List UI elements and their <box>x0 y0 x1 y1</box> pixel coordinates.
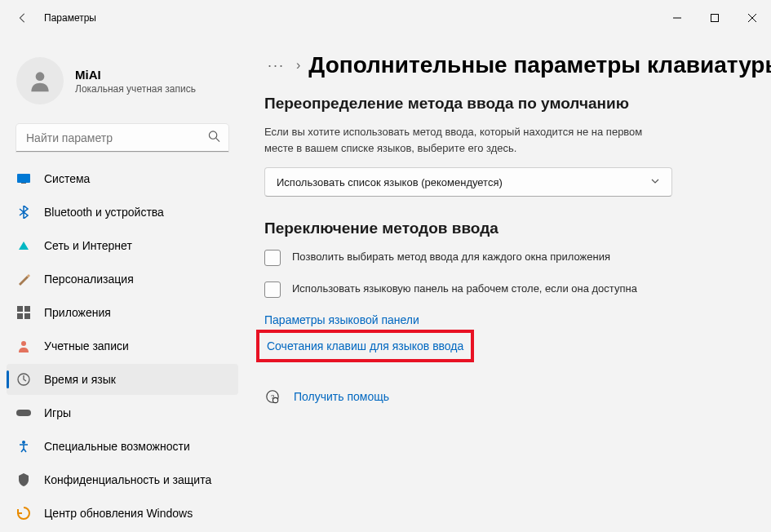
dropdown-value: Использовать список языков (рекомендуетс… <box>277 176 503 188</box>
sidebar-item-update[interactable]: Центр обновления Windows <box>7 498 238 529</box>
checkbox-per-window[interactable] <box>264 250 281 266</box>
default-input-method-dropdown[interactable]: Использовать список языков (рекомендуетс… <box>264 167 672 197</box>
sidebar-item-label: Сеть и Интернет <box>44 239 132 252</box>
network-icon <box>16 238 31 253</box>
sidebar-item-label: Специальные возможности <box>44 440 190 453</box>
checkbox-language-bar[interactable] <box>264 282 281 298</box>
sidebar-item-label: Учетные записи <box>44 339 129 352</box>
input-language-hotkeys-link[interactable]: Сочетания клавиш для языков ввода <box>264 338 466 354</box>
breadcrumb: ··· › Дополнительные параметры клавиатур… <box>264 52 766 78</box>
user-profile[interactable]: MiAI Локальная учетная запись <box>7 52 238 121</box>
apps-icon <box>16 305 31 320</box>
checkbox-language-bar-label: Использовать языковую панель на рабочем … <box>292 281 637 297</box>
sidebar-item-accessibility[interactable]: Специальные возможности <box>7 431 238 462</box>
sidebar-item-network[interactable]: Сеть и Интернет <box>7 230 238 261</box>
sidebar-item-label: Время и язык <box>44 373 116 386</box>
sidebar-item-label: Система <box>44 172 90 185</box>
sidebar-item-system[interactable]: Система <box>7 163 238 194</box>
sidebar-item-apps[interactable]: Приложения <box>7 297 238 328</box>
system-icon <box>16 171 31 186</box>
back-button[interactable] <box>15 10 31 26</box>
sidebar-item-label: Приложения <box>44 306 111 319</box>
search-icon <box>208 131 220 146</box>
svg-rect-11 <box>17 313 23 319</box>
sidebar-item-label: Bluetooth и устройства <box>44 206 164 219</box>
svg-rect-1 <box>711 15 719 22</box>
svg-rect-12 <box>24 313 30 319</box>
svg-point-13 <box>21 341 26 346</box>
svg-point-4 <box>36 72 45 81</box>
help-icon: ? <box>264 388 281 405</box>
svg-line-6 <box>216 138 219 141</box>
close-button[interactable] <box>733 0 771 36</box>
svg-rect-15 <box>16 410 31 416</box>
section-heading-switching: Переключение методов ввода <box>264 219 766 237</box>
privacy-icon <box>16 472 31 487</box>
sidebar-item-gaming[interactable]: Игры <box>7 397 238 428</box>
gaming-icon <box>16 406 31 420</box>
minimize-button[interactable] <box>658 0 696 36</box>
time-language-icon <box>16 372 31 387</box>
accessibility-icon <box>16 439 31 454</box>
update-icon <box>16 506 31 521</box>
section-heading-override: Переопределение метода ввода по умолчани… <box>264 95 766 113</box>
chevron-down-icon <box>650 176 660 188</box>
section-desc-override: Если вы хотите использовать метод ввода,… <box>264 124 656 156</box>
svg-rect-8 <box>21 183 26 184</box>
window-title: Параметры <box>44 12 658 24</box>
svg-rect-9 <box>17 306 23 312</box>
svg-text:?: ? <box>271 393 275 401</box>
user-account-type: Локальная учетная запись <box>75 83 196 95</box>
language-bar-options-link[interactable]: Параметры языковой панели <box>264 313 419 326</box>
get-help-link[interactable]: Получить помощь <box>294 390 389 403</box>
sidebar-item-bluetooth[interactable]: Bluetooth и устройства <box>7 197 238 228</box>
sidebar-item-privacy[interactable]: Конфиденциальность и защита <box>7 464 238 495</box>
breadcrumb-more[interactable]: ··· <box>264 57 288 74</box>
sidebar-item-label: Конфиденциальность и защита <box>44 473 211 486</box>
sidebar-item-time-language[interactable]: Время и язык <box>7 364 238 395</box>
page-title: Дополнительные параметры клавиатуры <box>308 52 771 78</box>
svg-rect-7 <box>17 174 30 183</box>
sidebar-item-label: Персонализация <box>44 273 134 286</box>
sidebar-item-label: Игры <box>44 406 71 419</box>
checkbox-per-window-label: Позволить выбирать метод ввода для каждо… <box>292 249 610 265</box>
avatar <box>16 57 64 104</box>
svg-point-16 <box>22 441 25 444</box>
bluetooth-icon <box>16 205 31 219</box>
user-name: MiAI <box>75 68 196 82</box>
chevron-right-icon: › <box>296 58 300 73</box>
sidebar-item-accounts[interactable]: Учетные записи <box>7 330 238 361</box>
sidebar-item-personalization[interactable]: Персонализация <box>7 264 238 295</box>
search-input[interactable] <box>16 124 228 152</box>
svg-point-5 <box>209 131 216 139</box>
maximize-button[interactable] <box>696 0 733 36</box>
svg-rect-10 <box>24 306 30 312</box>
personalization-icon <box>16 272 31 286</box>
accounts-icon <box>16 339 31 353</box>
sidebar-item-label: Центр обновления Windows <box>44 507 193 520</box>
